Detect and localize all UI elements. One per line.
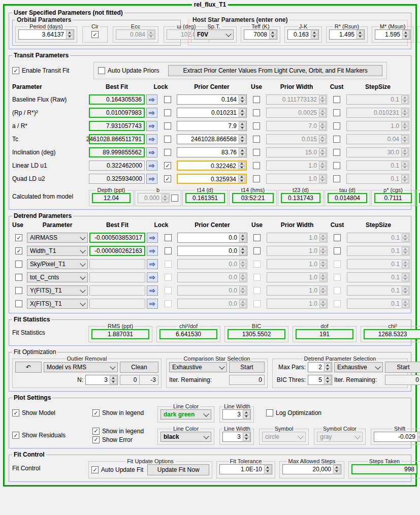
spinner-buttons[interactable]: [66, 30, 74, 39]
spinner-buttons[interactable]: [147, 30, 155, 39]
spinner-buttons[interactable]: [238, 121, 246, 131]
detrend-param-dropdown[interactable]: Width_T1: [27, 246, 88, 256]
spinner-buttons[interactable]: [401, 95, 409, 104]
prior-width-spinner[interactable]: 0.0025: [266, 108, 327, 118]
spinner-buttons[interactable]: [356, 30, 364, 39]
model-line-color-dropdown[interactable]: dark green: [160, 409, 211, 420]
spinner-buttons[interactable]: [239, 260, 247, 269]
transfer-arrow-button[interactable]: ⇨: [146, 134, 157, 144]
spinner-buttons[interactable]: [401, 299, 409, 308]
spinner-buttons[interactable]: [401, 286, 409, 295]
spinner-buttons[interactable]: [319, 246, 327, 255]
spinner-buttons[interactable]: [239, 286, 247, 295]
residuals-line-color-dropdown[interactable]: black: [160, 432, 211, 442]
comp-star-mode-dropdown[interactable]: Exhaustive: [169, 362, 227, 372]
prior-width-spinner[interactable]: 0.111773132: [266, 94, 327, 105]
spinner-buttons[interactable]: [318, 161, 327, 170]
spinner-buttons[interactable]: [417, 432, 420, 441]
residuals-line-width-spinner[interactable]: 3: [222, 432, 251, 442]
m-star-spinner[interactable]: 1.595: [375, 29, 410, 40]
step-size-spinner[interactable]: 1.0: [346, 121, 409, 131]
lock-checkbox[interactable]: [164, 162, 171, 169]
spinner-buttons[interactable]: [238, 108, 246, 117]
prior-center-spinner[interactable]: 0.0: [177, 246, 247, 256]
use-detrend-checkbox[interactable]: [15, 274, 22, 281]
b-spinner[interactable]: 0.000: [138, 193, 170, 203]
detrend-sel-mode-dropdown[interactable]: Exhaustive: [334, 362, 383, 372]
step-size-spinner[interactable]: 0.1: [346, 94, 409, 105]
cust-checkbox[interactable]: [333, 175, 340, 182]
spinner-buttons[interactable]: [401, 174, 409, 183]
lock-checkbox[interactable]: [165, 261, 172, 268]
lock-checkbox[interactable]: [164, 122, 171, 130]
prior-width-spinner[interactable]: 1.0: [266, 174, 327, 184]
use-detrend-checkbox[interactable]: [15, 287, 22, 294]
cust-checkbox[interactable]: [333, 109, 340, 116]
use-prior-checkbox[interactable]: [253, 300, 261, 307]
spinner-buttons[interactable]: [238, 95, 246, 104]
step-size-spinner[interactable]: 0.04: [346, 134, 409, 144]
step-size-spinner[interactable]: 0.1: [347, 285, 410, 296]
use-prior-checkbox[interactable]: [253, 274, 261, 281]
use-prior-checkbox[interactable]: [253, 149, 260, 156]
prior-width-spinner[interactable]: 15.0: [266, 147, 327, 157]
spinner-buttons[interactable]: [401, 273, 409, 282]
detrend-param-dropdown[interactable]: Sky/Pixel_T1: [27, 259, 88, 269]
spinner-buttons[interactable]: [319, 286, 327, 295]
prior-width-spinner[interactable]: 1.0: [266, 160, 327, 171]
use-prior-checkbox[interactable]: [253, 162, 260, 169]
detrend-param-dropdown[interactable]: AIRMASS: [27, 233, 88, 243]
transfer-arrow-button[interactable]: ⇨: [147, 259, 158, 269]
enable-transit-fit-checkbox[interactable]: [12, 67, 19, 74]
spinner-buttons[interactable]: [239, 273, 247, 282]
period-spinner[interactable]: 3.64137: [18, 29, 74, 40]
transfer-arrow-button[interactable]: ⇨: [147, 285, 158, 296]
lock-checkbox[interactable]: [164, 149, 171, 156]
spinner-buttons[interactable]: [401, 108, 409, 117]
max-allowed-steps-spinner[interactable]: 20,000: [282, 464, 341, 474]
spinner-buttons[interactable]: [238, 175, 246, 183]
spinner-buttons[interactable]: [318, 95, 327, 104]
jk-spinner[interactable]: 0.163: [287, 29, 319, 40]
cir-checkbox[interactable]: [91, 31, 99, 38]
spinner-buttons[interactable]: [319, 260, 327, 269]
transfer-arrow-button[interactable]: ⇨: [146, 147, 157, 157]
transfer-arrow-button[interactable]: ⇨: [147, 246, 158, 256]
transfer-arrow-button[interactable]: ⇨: [147, 299, 158, 309]
use-detrend-checkbox[interactable]: [15, 234, 22, 241]
r-star-spinner[interactable]: 1.495: [329, 29, 365, 40]
spinner-buttons[interactable]: [324, 363, 332, 372]
update-fit-now-button[interactable]: Update Fit Now: [147, 464, 209, 475]
detrend-param-dropdown[interactable]: tot_C_cnts: [27, 272, 88, 282]
spinner-buttons[interactable]: [238, 162, 246, 170]
spinner-buttons[interactable]: [109, 375, 117, 384]
spinner-buttons[interactable]: [242, 432, 250, 441]
prior-center-spinner[interactable]: 2461028.866568: [177, 134, 247, 144]
use-prior-checkbox[interactable]: [253, 234, 261, 241]
use-prior-checkbox[interactable]: [253, 96, 260, 103]
symbol-dropdown[interactable]: circle: [262, 432, 306, 442]
bic-thres-spinner[interactable]: 5: [308, 375, 332, 385]
spinner-buttons[interactable]: [319, 273, 327, 282]
b-lock-checkbox[interactable]: [171, 195, 178, 202]
spinner-buttons[interactable]: [238, 148, 246, 157]
outlier-mode-dropdown[interactable]: Model vs RMS: [44, 362, 118, 372]
cust-checkbox[interactable]: [333, 149, 340, 156]
cust-checkbox[interactable]: [333, 162, 340, 169]
step-size-spinner[interactable]: 0.1: [347, 233, 410, 243]
step-size-spinner[interactable]: 0.1: [347, 299, 410, 309]
spinner-buttons[interactable]: [264, 465, 272, 474]
prior-width-spinner[interactable]: 1.0: [267, 285, 328, 296]
show-error-checkbox[interactable]: [92, 436, 100, 443]
symbol-color-dropdown[interactable]: gray: [317, 432, 363, 442]
prior-width-spinner[interactable]: 7.0: [266, 121, 327, 131]
use-prior-checkbox[interactable]: [253, 109, 260, 116]
prior-center-spinner[interactable]: 83.76: [177, 147, 247, 157]
step-size-spinner[interactable]: 0.1: [347, 259, 410, 269]
prior-width-spinner[interactable]: 0.015: [266, 134, 327, 144]
spinner-buttons[interactable]: [318, 135, 327, 144]
spinner-buttons[interactable]: [319, 233, 327, 242]
lock-checkbox[interactable]: [165, 234, 172, 241]
cust-checkbox[interactable]: [333, 122, 340, 130]
spinner-buttons[interactable]: [269, 30, 277, 39]
